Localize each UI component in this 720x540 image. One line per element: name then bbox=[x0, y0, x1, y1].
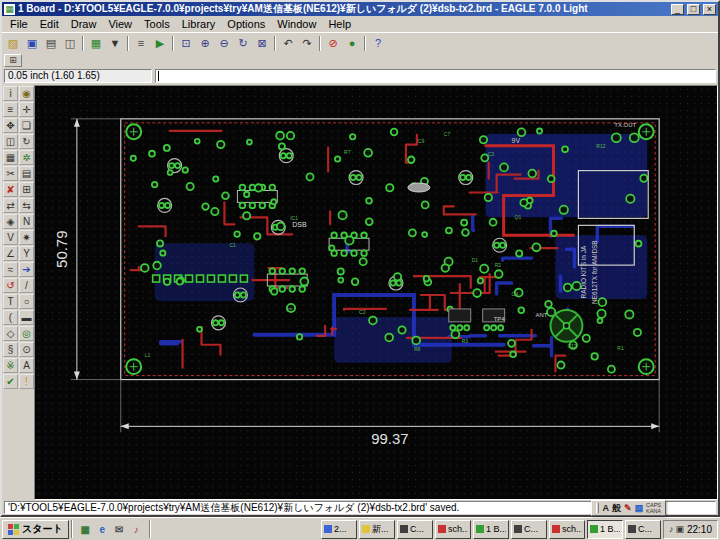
menu-library[interactable]: Library bbox=[176, 17, 222, 31]
taskbar-button-7[interactable]: sch... bbox=[549, 520, 585, 539]
group-tool-icon[interactable]: ▦ bbox=[3, 150, 18, 165]
cam-processor-icon[interactable]: ◫ bbox=[61, 35, 79, 52]
grid-button[interactable]: ⊞ bbox=[4, 54, 22, 67]
close-button[interactable]: × bbox=[703, 4, 716, 15]
redo-icon[interactable]: ↷ bbox=[298, 35, 316, 52]
ime-input-mode[interactable]: A bbox=[602, 503, 609, 513]
command-input[interactable] bbox=[155, 69, 716, 83]
board-schematic-icon[interactable]: ▦ bbox=[87, 35, 105, 52]
taskbar-button-9[interactable]: C... bbox=[625, 520, 661, 539]
optimize-tool-icon[interactable]: ≈ bbox=[3, 262, 18, 277]
start-button[interactable]: スタート bbox=[2, 520, 69, 539]
maximize-button[interactable]: □ bbox=[687, 4, 700, 15]
print-icon[interactable]: ▤ bbox=[42, 35, 60, 52]
zoom-in-icon[interactable]: ⊕ bbox=[196, 35, 214, 52]
stop-icon[interactable]: ⊘ bbox=[324, 35, 342, 52]
menu-window[interactable]: Window bbox=[271, 17, 322, 31]
title-bar[interactable]: ▦ 1 Board - D:¥TOOL5¥EAGLE-7.0.0¥project… bbox=[2, 2, 718, 16]
miter-tool-icon[interactable]: ∠ bbox=[3, 246, 18, 261]
media-player-icon[interactable]: ♪ bbox=[129, 522, 144, 537]
ime-grip[interactable] bbox=[596, 503, 599, 513]
rect-tool-icon[interactable]: ▬ bbox=[19, 310, 34, 325]
minimize-button[interactable]: _ bbox=[671, 4, 684, 15]
copy-tool-icon[interactable]: ❏ bbox=[19, 118, 34, 133]
arc-tool-icon[interactable]: ( bbox=[3, 310, 18, 325]
ime-pen-icon[interactable]: ✎ bbox=[624, 503, 632, 513]
save-icon[interactable]: ▣ bbox=[23, 35, 41, 52]
display-settings-icon[interactable]: ▣ bbox=[675, 524, 684, 534]
ime-pad-icon[interactable]: ▤ bbox=[635, 503, 644, 513]
menu-options[interactable]: Options bbox=[221, 17, 271, 31]
mirror-tool-icon[interactable]: ◫ bbox=[3, 134, 18, 149]
show-tool-icon[interactable]: ◉ bbox=[19, 86, 34, 101]
taskbar-button-5[interactable]: 1 B... bbox=[473, 520, 509, 539]
open-folder-icon[interactable]: ▨ bbox=[4, 35, 22, 52]
add-tool-icon[interactable]: ⊞ bbox=[19, 182, 34, 197]
ratsnest-tool-icon[interactable]: ※ bbox=[3, 358, 18, 373]
taskbar-button-4[interactable]: sch... bbox=[435, 520, 471, 539]
route-tool-icon[interactable]: ➔ bbox=[19, 262, 34, 277]
pcb-canvas[interactable]: R1R2R3C1C2C4C7R5C9R8L1D1C12R12Q1C3R7IC1 … bbox=[34, 85, 718, 500]
drc-tool-icon[interactable]: ✔ bbox=[3, 374, 18, 389]
change-tool-icon[interactable]: ✲ bbox=[19, 150, 34, 165]
menu-edit[interactable]: Edit bbox=[34, 17, 65, 31]
menu-draw[interactable]: Draw bbox=[65, 17, 103, 31]
auto-router-tool-icon[interactable]: A bbox=[19, 358, 34, 373]
name-tool-icon[interactable]: N bbox=[19, 214, 34, 229]
menu-help[interactable]: Help bbox=[322, 17, 357, 31]
taskbar-button-6[interactable]: C... bbox=[511, 520, 547, 539]
lock-tool-icon[interactable]: ◈ bbox=[3, 214, 18, 229]
polygon-tool-icon[interactable]: ◇ bbox=[3, 326, 18, 341]
ie-icon[interactable]: e bbox=[95, 522, 110, 537]
taskbar-button-2[interactable]: 新... bbox=[359, 520, 395, 539]
smash-tool-icon[interactable]: ✷ bbox=[19, 230, 34, 245]
move-tool-icon[interactable]: ✥ bbox=[3, 118, 18, 133]
mail-icon[interactable]: ✉ bbox=[112, 522, 127, 537]
split-tool-icon[interactable]: Y bbox=[19, 246, 34, 261]
svg-text:C3: C3 bbox=[488, 151, 495, 157]
system-tray: ♪▣ 22:10 bbox=[663, 520, 718, 539]
taskbar-button-3[interactable]: C... bbox=[397, 520, 433, 539]
paste-tool-icon[interactable]: ▤ bbox=[19, 166, 34, 181]
menu-tools[interactable]: Tools bbox=[138, 17, 176, 31]
menu-file[interactable]: File bbox=[4, 17, 34, 31]
cut-tool-icon[interactable]: ✂ bbox=[3, 166, 18, 181]
delete-tool-icon[interactable]: ✘ bbox=[3, 182, 18, 197]
volume-icon[interactable]: ♪ bbox=[669, 524, 674, 534]
wire-tool-icon[interactable]: / bbox=[19, 278, 34, 293]
undo-icon[interactable]: ↶ bbox=[279, 35, 297, 52]
zoom-fit-icon[interactable]: ⊡ bbox=[177, 35, 195, 52]
go-icon[interactable]: ● bbox=[343, 35, 361, 52]
info-tool-icon[interactable]: i bbox=[3, 86, 18, 101]
replace-tool-icon[interactable]: ⇆ bbox=[19, 198, 34, 213]
zoom-redraw-icon[interactable]: ↻ bbox=[234, 35, 252, 52]
menu-view[interactable]: View bbox=[102, 17, 138, 31]
dropdown-icon[interactable]: ▼ bbox=[106, 35, 124, 52]
zoom-select-icon[interactable]: ⊠ bbox=[253, 35, 271, 52]
via-tool-icon[interactable]: ◎ bbox=[19, 326, 34, 341]
ripup-tool-icon[interactable]: ↺ bbox=[3, 278, 18, 293]
display-layers-tool-icon[interactable]: ≡ bbox=[3, 102, 18, 117]
app-icon: ▦ bbox=[4, 4, 15, 15]
board-text-ant: ANT bbox=[536, 312, 548, 318]
value-tool-icon[interactable]: V bbox=[3, 230, 18, 245]
ime-conversion-mode[interactable]: 般 bbox=[612, 502, 621, 515]
taskbar-clock: 22:10 bbox=[687, 524, 712, 535]
ime-bar[interactable]: A般✎▤ CAPS KANA bbox=[591, 500, 666, 516]
help-icon[interactable]: ? bbox=[369, 35, 387, 52]
script-icon[interactable]: ≡ bbox=[132, 35, 150, 52]
rotate-tool-icon[interactable]: ↻ bbox=[19, 134, 34, 149]
hole-tool-icon[interactable]: ⊙ bbox=[19, 342, 34, 357]
show-desktop-icon[interactable]: ▦ bbox=[78, 522, 93, 537]
pinswap-tool-icon[interactable]: ⇄ bbox=[3, 198, 18, 213]
text-tool-icon[interactable]: T bbox=[3, 294, 18, 309]
taskbar-button-1[interactable]: 2... bbox=[321, 520, 357, 539]
signal-tool-icon[interactable]: § bbox=[3, 342, 18, 357]
task-label: sch... bbox=[562, 524, 582, 534]
circle-tool-icon[interactable]: ○ bbox=[19, 294, 34, 309]
mark-tool-icon[interactable]: ✛ bbox=[19, 102, 34, 117]
errors-tool-icon[interactable]: ! bbox=[19, 374, 34, 389]
zoom-out-icon[interactable]: ⊖ bbox=[215, 35, 233, 52]
run-icon[interactable]: ▶ bbox=[151, 35, 169, 52]
taskbar-button-8[interactable]: 1 B... bbox=[587, 520, 623, 539]
